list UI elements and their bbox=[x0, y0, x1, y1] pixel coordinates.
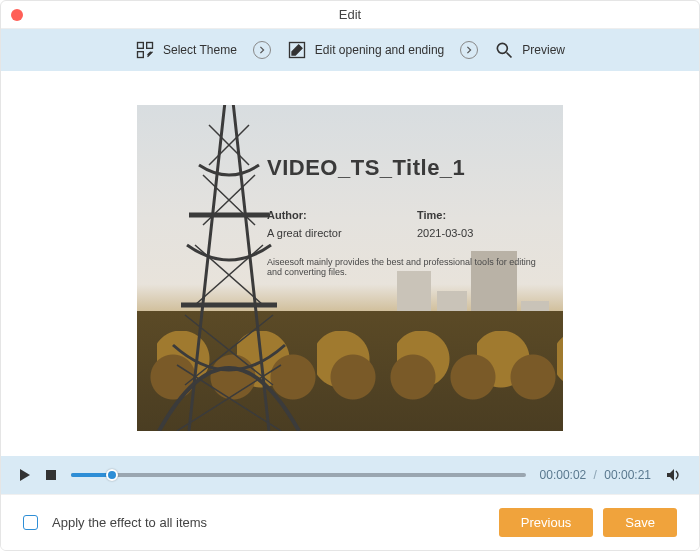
edit-icon bbox=[287, 40, 307, 60]
svg-rect-0 bbox=[138, 43, 144, 49]
apply-all-checkbox[interactable] bbox=[23, 515, 38, 530]
chevron-right-icon bbox=[253, 41, 271, 59]
seek-thumb[interactable] bbox=[106, 469, 118, 481]
step-theme-label: Select Theme bbox=[163, 43, 237, 57]
time-total: 00:00:21 bbox=[604, 468, 651, 482]
preview-text-overlay: VIDEO_TS_Title_1 Author: Time: A great d… bbox=[267, 155, 553, 277]
window-controls bbox=[11, 9, 23, 21]
step-preview-label: Preview bbox=[522, 43, 565, 57]
preview-description: Aiseesoft mainly provides the best and p… bbox=[267, 257, 553, 277]
steps-bar: Select Theme Edit opening and ending bbox=[1, 29, 699, 71]
preview-icon bbox=[494, 40, 514, 60]
titlebar: Edit bbox=[1, 1, 699, 29]
time-label: Time: bbox=[417, 209, 507, 221]
step-edit-label: Edit opening and ending bbox=[315, 43, 444, 57]
time-separator: / bbox=[594, 468, 597, 482]
player-bar: 00:00:02 / 00:00:21 bbox=[1, 456, 699, 494]
time-display: 00:00:02 / 00:00:21 bbox=[540, 468, 651, 482]
volume-icon[interactable] bbox=[665, 467, 681, 483]
author-label: Author: bbox=[267, 209, 357, 221]
svg-rect-2 bbox=[138, 52, 144, 58]
close-window-button[interactable] bbox=[11, 9, 23, 21]
footer-bar: Apply the effect to all items Previous S… bbox=[1, 494, 699, 550]
time-current: 00:00:02 bbox=[540, 468, 587, 482]
preview-area: VIDEO_TS_Title_1 Author: Time: A great d… bbox=[1, 71, 699, 456]
time-value: 2021-03-03 bbox=[417, 227, 507, 239]
apply-all-label: Apply the effect to all items bbox=[52, 515, 207, 530]
window-title: Edit bbox=[1, 7, 699, 22]
seek-slider[interactable] bbox=[71, 473, 526, 477]
save-button[interactable]: Save bbox=[603, 508, 677, 537]
edit-window: Edit Select Theme Edit opening bbox=[0, 0, 700, 551]
stop-button[interactable] bbox=[45, 469, 57, 481]
previous-button[interactable]: Previous bbox=[499, 508, 594, 537]
play-button[interactable] bbox=[19, 469, 31, 481]
svg-point-4 bbox=[498, 43, 508, 53]
step-preview[interactable]: Preview bbox=[494, 40, 565, 60]
svg-rect-5 bbox=[46, 470, 56, 480]
step-select-theme[interactable]: Select Theme bbox=[135, 40, 237, 60]
preview-frame: VIDEO_TS_Title_1 Author: Time: A great d… bbox=[137, 105, 563, 431]
author-value: A great director bbox=[267, 227, 357, 239]
step-edit-opening-ending[interactable]: Edit opening and ending bbox=[287, 40, 444, 60]
svg-rect-1 bbox=[147, 43, 153, 49]
chevron-right-icon bbox=[460, 41, 478, 59]
theme-icon bbox=[135, 40, 155, 60]
preview-title: VIDEO_TS_Title_1 bbox=[267, 155, 553, 181]
